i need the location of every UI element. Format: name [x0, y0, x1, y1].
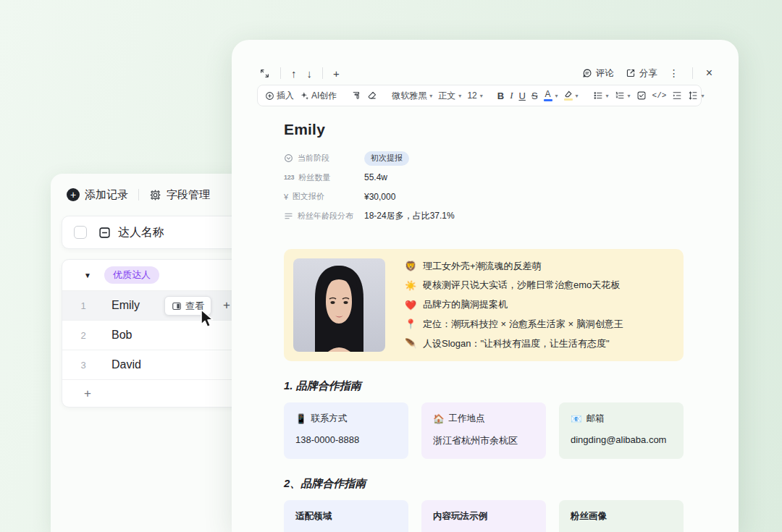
topbar-right: 评论 分享 ⋮ × — [582, 67, 712, 80]
chevron-down-icon: ▾ — [606, 93, 609, 99]
field-row-age[interactable]: 粉丝年龄段分布 18-24居多，占比37.1% — [284, 210, 684, 222]
plus-circle-icon: + — [67, 188, 80, 201]
phone-value: 138-0000-8888 — [295, 434, 397, 445]
profile-bullets: 🦁理工女外壳+潮流魂的反差萌 ☀️硬核测评只说大实话，沙雕日常治愈emo天花板 … — [405, 258, 623, 352]
profile-photo — [293, 258, 385, 352]
field-value: 18-24居多，占比37.1% — [364, 210, 455, 222]
topbar-divider — [692, 67, 693, 79]
list-item: 🦁理工女外壳+潮流魂的反差萌 — [405, 260, 623, 273]
paragraph-style-select[interactable]: 正文 ▾ — [438, 90, 461, 102]
section-heading-2: 2、品牌合作指南 — [284, 477, 684, 491]
strikethrough-button[interactable]: S — [531, 90, 538, 101]
text-lines-icon — [284, 211, 293, 221]
chevron-down-icon: ▾ — [576, 93, 579, 99]
font-family-select[interactable]: 微软雅黑 ▾ — [392, 90, 432, 102]
field-manage-button[interactable]: 字段管理 — [149, 188, 210, 202]
add-row-button[interactable]: + — [62, 379, 242, 407]
field-label: ¥ 图文报价 — [284, 191, 364, 202]
side-panel-icon — [172, 301, 182, 311]
contact-cards-row: 📱联系方式 138-0000-8888 🏠工作地点 浙江省杭州市余杭区 📧邮箱 … — [284, 402, 684, 459]
insert-row-icon[interactable]: + — [223, 298, 230, 313]
field-row-fans[interactable]: 123 粉丝数量 55.4w — [284, 172, 684, 184]
detail-cards-row: 适配领域 •3C数码 内容玩法示例 •硬核测评：暴力测试+数 粉丝画像 •18-… — [284, 500, 684, 532]
heart-emoji-icon: ❤️ — [405, 300, 416, 311]
row-name: Emily — [112, 299, 140, 312]
group-row[interactable]: ▼ 优质达人 — [62, 260, 242, 290]
doc-content: Emily 当前阶段 初次提报 123 粉丝数量 55.4w ¥ 图文报价 — [284, 121, 684, 532]
checklist-button[interactable] — [636, 90, 647, 101]
list-item: 📍定位：潮玩科技控 × 治愈系生活家 × 脑洞创意王 — [405, 318, 623, 331]
toolbar-divider — [138, 189, 139, 200]
format-painter-icon[interactable] — [351, 90, 361, 101]
card-content-examples: 内容玩法示例 •硬核测评：暴力测试+数 — [421, 500, 546, 532]
table-row-david[interactable]: 3 David — [62, 350, 242, 379]
highlighter-icon — [564, 90, 573, 101]
rows-card: ▼ 优质达人 1 Emily 查看 + 2 Bob 3 Dav — [62, 259, 243, 408]
card-fan-portrait: 粉丝画像 •18-30岁都市青年 — [559, 500, 684, 532]
chevron-down-icon: ▾ — [555, 93, 558, 99]
font-color-icon: A — [544, 90, 552, 101]
field-row-price[interactable]: ¥ 图文报价 ¥30,000 — [284, 190, 684, 203]
table-panel: + 添加记录 字段管理 达人名称 ▼ 优质达人 — [51, 174, 240, 532]
eraser-icon[interactable] — [367, 90, 377, 101]
feather-emoji-icon: 🪶 — [405, 338, 416, 349]
prev-record-icon[interactable]: ↑ — [291, 67, 297, 80]
collapse-triangle-icon[interactable]: ▼ — [84, 271, 91, 279]
indent-button[interactable] — [672, 90, 682, 101]
contact-card-email: 📧邮箱 dingding@alibaba.com — [559, 402, 684, 459]
table-row-bob[interactable]: 2 Bob — [62, 320, 242, 350]
font-color-button[interactable]: A ▾ — [544, 90, 558, 101]
field-row-stage[interactable]: 当前阶段 初次提报 — [284, 152, 684, 164]
list-item: 🪶人设Slogan："让科技有温度，让生活有态度" — [405, 337, 623, 350]
ai-create-label: AI创作 — [311, 90, 337, 102]
column-title: 达人名称 — [118, 225, 164, 240]
more-menu-icon[interactable]: ⋮ — [669, 67, 679, 79]
italic-button[interactable]: I — [510, 90, 513, 101]
font-size-select[interactable]: 12 ▾ — [467, 90, 482, 101]
email-emoji-icon: 📧 — [571, 413, 582, 424]
contact-card-phone: 📱联系方式 138-0000-8888 — [284, 402, 408, 459]
comment-label: 评论 — [596, 67, 614, 80]
gear-icon — [149, 189, 161, 201]
line-height-button[interactable]: ▾ — [688, 90, 704, 101]
paragraph-style-value: 正文 — [438, 90, 455, 102]
highlight-color-button[interactable]: ▾ — [564, 90, 579, 101]
underline-button[interactable]: U — [518, 90, 525, 101]
field-value: ¥30,000 — [364, 192, 395, 202]
ai-create-button[interactable]: AI创作 — [300, 90, 337, 102]
topbar-divider — [280, 67, 281, 79]
view-record-button[interactable]: 查看 — [164, 296, 211, 316]
stage-badge: 初次提报 — [364, 151, 409, 166]
close-icon[interactable]: × — [706, 67, 712, 80]
plus-icon: + — [84, 387, 91, 401]
next-record-icon[interactable]: ↓ — [307, 67, 313, 80]
share-button[interactable]: 分享 — [626, 67, 657, 80]
select-all-checkbox[interactable] — [74, 226, 87, 239]
add-record-button[interactable]: + 添加记录 — [67, 188, 128, 202]
view-label: 查看 — [185, 300, 204, 313]
comment-button[interactable]: 评论 — [582, 67, 614, 80]
ordered-list-button[interactable]: ▾ — [615, 90, 631, 101]
code-block-button[interactable]: </> — [652, 91, 667, 100]
record-title[interactable]: Emily — [284, 121, 684, 138]
font-family-value: 微软雅黑 — [392, 90, 426, 102]
bold-button[interactable]: B — [497, 90, 504, 101]
bullet-list-button[interactable]: ▾ — [593, 90, 609, 101]
column-header[interactable]: 达人名称 — [62, 216, 243, 249]
insert-button[interactable]: 插入 — [265, 90, 294, 102]
contact-card-location: 🏠工作地点 浙江省杭州市余杭区 — [421, 402, 546, 459]
table-toolbar: + 添加记录 字段管理 — [67, 184, 210, 206]
chevron-down-icon: ▾ — [458, 93, 461, 99]
pin-emoji-icon: 📍 — [405, 318, 416, 329]
expand-icon[interactable] — [259, 68, 270, 79]
record-fields: 当前阶段 初次提报 123 粉丝数量 55.4w ¥ 图文报价 ¥30,000 — [284, 152, 684, 222]
record-detail-panel: ↑ ↓ + 评论 分享 — [232, 40, 739, 532]
field-manage-label: 字段管理 — [167, 188, 210, 202]
doc-format-toolbar: 插入 AI创作 微软雅黑 ▾ 正文 ▾ 12 ▾ B I U S — [257, 85, 702, 106]
section-heading-1: 1. 品牌合作指南 — [284, 379, 684, 393]
add-record-icon[interactable]: + — [333, 67, 340, 80]
table-row-emily[interactable]: 1 Emily 查看 + — [62, 290, 242, 320]
field-label: 当前阶段 — [284, 153, 364, 164]
house-emoji-icon: 🏠 — [433, 413, 445, 424]
share-icon — [626, 68, 636, 78]
